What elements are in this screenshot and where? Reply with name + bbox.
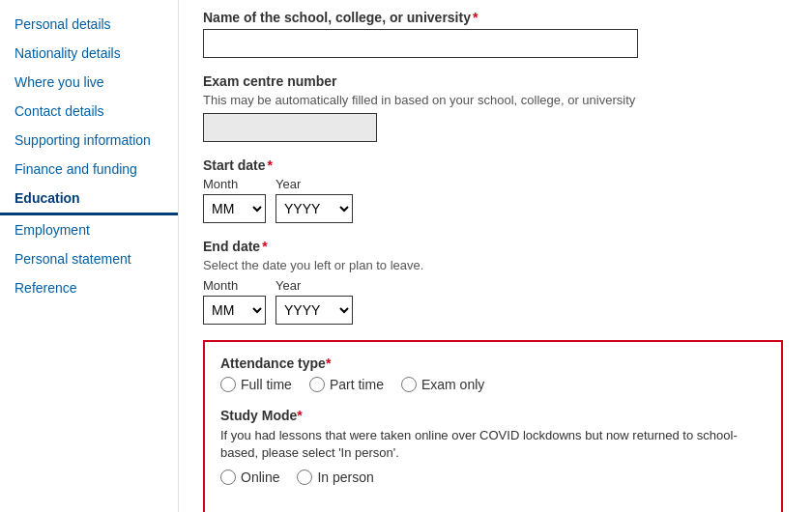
school-name-group: Name of the school, college, or universi… <box>203 10 783 58</box>
school-name-label: Name of the school, college, or universi… <box>203 10 783 25</box>
sidebar-item-nationality-details[interactable]: Nationality details <box>0 39 178 68</box>
attendance-full-time-radio[interactable] <box>220 377 236 392</box>
start-month-select[interactable]: MM <box>203 194 266 223</box>
start-date-row: Month MM Year YYYY <box>203 177 783 223</box>
attendance-type-group: Attendance type* Full time Part time Exa… <box>220 356 766 392</box>
attendance-part-time-label: Part time <box>330 377 384 392</box>
end-date-group: End date* Select the date you left or pl… <box>203 239 783 325</box>
exam-centre-group: Exam centre number This may be automatic… <box>203 73 783 142</box>
sidebar-item-finance-and-funding[interactable]: Finance and funding <box>0 155 178 184</box>
end-date-hint: Select the date you left or plan to leav… <box>203 258 783 272</box>
end-month-select[interactable]: MM <box>203 296 266 325</box>
sidebar-item-supporting-information[interactable]: Supporting information <box>0 126 178 155</box>
start-year-select[interactable]: YYYY <box>276 194 353 223</box>
attendance-part-time-radio[interactable] <box>309 377 325 392</box>
study-mode-group: Study Mode* If you had lessons that were… <box>220 408 766 485</box>
attendance-study-box: Attendance type* Full time Part time Exa… <box>203 340 783 512</box>
study-mode-online-radio[interactable] <box>220 469 236 485</box>
start-date-group: Start date* Month MM Year YYYY <box>203 157 783 223</box>
start-year-label: Year <box>276 177 353 191</box>
exam-centre-input[interactable] <box>203 113 377 142</box>
main-content: Name of the school, college, or universi… <box>179 0 812 512</box>
study-mode-in-person-radio[interactable] <box>297 469 312 485</box>
sidebar-item-reference[interactable]: Reference <box>0 273 178 302</box>
end-date-label: End date* <box>203 239 783 254</box>
study-mode-online-label: Online <box>241 469 279 485</box>
sidebar-item-contact-details[interactable]: Contact details <box>0 97 178 126</box>
end-month-label: Month <box>203 278 266 293</box>
start-month-field: Month MM <box>203 177 266 223</box>
attendance-type-label: Attendance type* <box>220 356 766 371</box>
study-mode-radio-group: Online In person <box>220 469 766 485</box>
attendance-radio-group: Full time Part time Exam only <box>220 377 766 392</box>
start-date-label: Start date* <box>203 157 783 173</box>
attendance-full-time[interactable]: Full time <box>220 377 292 392</box>
attendance-exam-only[interactable]: Exam only <box>401 377 484 392</box>
sidebar-item-education[interactable]: Education <box>0 184 178 215</box>
attendance-exam-only-radio[interactable] <box>401 377 417 392</box>
attendance-full-time-label: Full time <box>241 377 292 392</box>
sidebar-item-personal-statement[interactable]: Personal statement <box>0 244 178 273</box>
end-year-field: Year YYYY <box>276 278 353 325</box>
study-mode-hint: If you had lessons that were taken onlin… <box>220 427 766 462</box>
start-year-field: Year YYYY <box>276 177 353 223</box>
attendance-exam-only-label: Exam only <box>421 377 484 392</box>
end-year-label: Year <box>276 278 353 293</box>
study-mode-online[interactable]: Online <box>220 469 279 485</box>
school-name-input[interactable] <box>203 29 638 58</box>
sidebar-item-personal-details[interactable]: Personal details <box>0 10 178 39</box>
end-month-field: Month MM <box>203 278 266 325</box>
sidebar-item-employment[interactable]: Employment <box>0 215 178 244</box>
exam-centre-label: Exam centre number <box>203 73 783 89</box>
study-mode-in-person-label: In person <box>317 469 373 485</box>
attendance-part-time[interactable]: Part time <box>309 377 384 392</box>
exam-centre-hint: This may be automatically filled in base… <box>203 93 783 107</box>
end-date-row: Month MM Year YYYY <box>203 278 783 325</box>
sidebar-item-where-you-live[interactable]: Where you live <box>0 68 178 97</box>
sidebar: Personal details Nationality details Whe… <box>0 0 179 512</box>
study-mode-label: Study Mode* <box>220 408 766 423</box>
study-mode-in-person[interactable]: In person <box>297 469 373 485</box>
start-month-label: Month <box>203 177 266 191</box>
end-year-select[interactable]: YYYY <box>276 296 353 325</box>
